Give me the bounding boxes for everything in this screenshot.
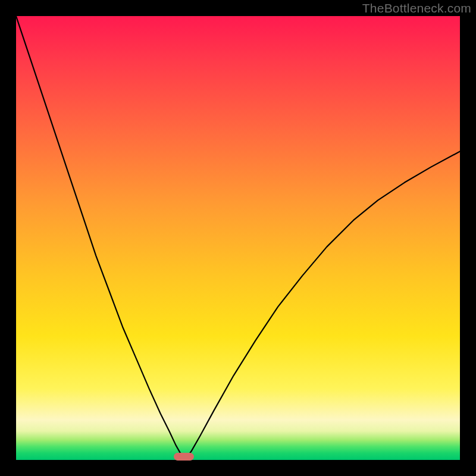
chart-frame: TheBottleneck.com — [0, 0, 476, 476]
optimum-marker — [174, 453, 194, 461]
watermark-text: TheBottleneck.com — [362, 1, 471, 15]
bottleneck-curve — [16, 16, 460, 460]
curve-path — [16, 16, 460, 460]
